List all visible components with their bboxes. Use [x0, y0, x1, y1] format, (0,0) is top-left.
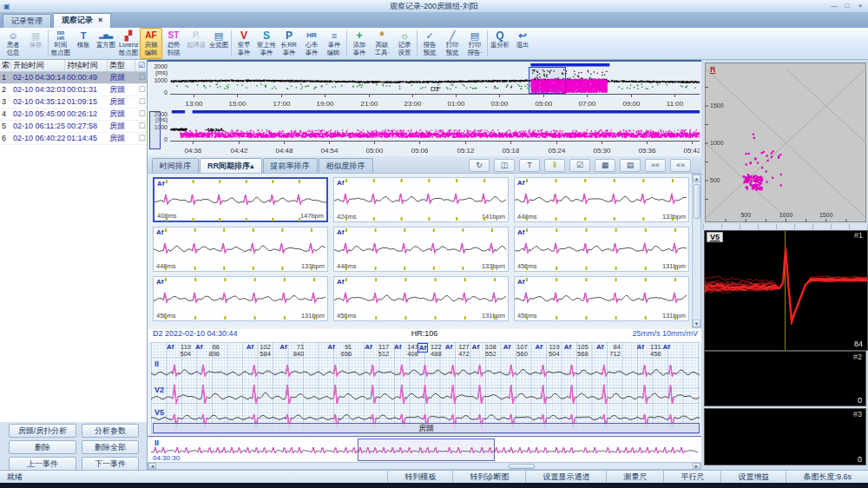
grid-dense-button[interactable]: ▦ [595, 159, 615, 172]
episode-row[interactable]: 202-10 04:32:0300:01:31房颤☐ [0, 84, 147, 96]
close-button[interactable]: × [855, 1, 865, 10]
select-all-checkbox[interactable]: ☑ [135, 60, 147, 71]
delete-button[interactable]: 删除 [9, 440, 76, 454]
toolbar-button-print-report[interactable]: ▤打印报告· [464, 28, 486, 59]
refresh-button[interactable]: ↻ [469, 159, 490, 172]
set-gain-button[interactable]: 设置增益 [720, 471, 786, 483]
toolbar-button-trend-scan[interactable]: ST趋势扫描 [162, 28, 185, 59]
prev-event-button[interactable]: 上一事件 [9, 457, 76, 471]
sort-tab[interactable]: 提前率排序 [263, 158, 318, 173]
af-strip-cell[interactable]: Af424ms141bpm [333, 177, 509, 222]
tab-active[interactable]: 观察记录× [53, 13, 111, 28]
af-strip-cell[interactable]: Af456ms131bpm [514, 276, 689, 321]
multi-select-button[interactable]: ☑ [569, 159, 590, 172]
scroll-up-arrow[interactable]: ▲ [693, 175, 700, 182]
scroll-right-arrow[interactable]: ► [693, 463, 700, 469]
row-checkbox[interactable]: ☐ [135, 109, 147, 120]
af-zoom-chart[interactable] [170, 109, 700, 156]
af-episode-band[interactable]: 房颤 [153, 423, 700, 433]
toolbar-button-advanced-tools[interactable]: *高级工具· [371, 28, 393, 59]
toolbar-button-save[interactable]: ▦保存 [24, 28, 47, 59]
grid-sparse-button[interactable]: ▤ [620, 159, 641, 172]
shrink-columns-button[interactable]: »« [645, 159, 666, 172]
trend-overview-chart[interactable] [170, 63, 700, 109]
toolbar-button-add-event[interactable]: +添加事件 [348, 28, 371, 59]
sort-tab[interactable]: 相似度排序 [319, 158, 373, 173]
episode-row[interactable]: 302-10 04:35:1201:09:15房颤☐ [0, 96, 147, 109]
toolbar-separator [346, 30, 347, 56]
row-checkbox[interactable]: ☐ [135, 121, 147, 132]
episode-row[interactable]: 502-10 06:11:2500:27:58房颤☐ [0, 121, 147, 133]
ecg-waveforms[interactable] [151, 342, 700, 434]
toolbar-button-print-preview[interactable]: ╱打印预览 [441, 28, 464, 59]
rhythm-scrollbar[interactable]: ◄ ► [148, 462, 701, 470]
tab-inactive[interactable]: 记录管理 [3, 14, 51, 28]
af-flutter-analysis-button[interactable]: 房颤/房扑分析 [9, 424, 76, 438]
sort-tab[interactable]: RR间期排序▴ [200, 158, 262, 173]
af-strip-cell[interactable]: Af456ms131bpm [514, 227, 689, 272]
set-display-channel-button[interactable]: 设置显示通道 [525, 471, 606, 483]
template-lead-chip[interactable]: V5 [707, 232, 723, 242]
zoom-chart-selection[interactable] [149, 111, 161, 149]
interval-bars-button[interactable]: ‖ [544, 159, 565, 172]
analysis-params-button[interactable]: 分析参数 [82, 424, 139, 438]
toolbar-button-time-scatter[interactable]: RR HR时间散点图 [49, 28, 72, 59]
tab-close-icon[interactable]: × [98, 16, 102, 24]
channel-view-button[interactable]: ◫ [494, 159, 515, 172]
template-panel-1[interactable] [704, 230, 868, 351]
toolbar-button-svpb-event[interactable]: S室上性事件 [255, 28, 278, 59]
expand-columns-button[interactable]: «» [670, 159, 691, 172]
toolbar-button-lorenz-scatter[interactable]: ▞Lorenz散点图 [117, 28, 140, 59]
af-strip-cell[interactable]: Af456ms131bpm [333, 276, 509, 321]
restore-button[interactable]: □ [842, 1, 852, 10]
goto-diagnosis-button[interactable]: 转到诊断图 [452, 471, 525, 483]
episode-row[interactable]: 602-10 06:40:2201:14:45房颤☐ [0, 133, 147, 145]
episode-row[interactable]: 402-10 05:45:0000:26:12房颤☐ [0, 109, 147, 121]
toolbar-button-event-edit[interactable]: ≡事件编辑· [323, 28, 345, 59]
row-checkbox[interactable]: ☐ [135, 133, 147, 144]
scroll-left-arrow[interactable]: ◄ [148, 463, 156, 469]
toolbar-button-exit[interactable]: ↩退出 [511, 28, 534, 59]
episode-row[interactable]: 102-10 04:30:1400:00:49房颤☐ [0, 72, 147, 84]
scroll-thumb[interactable] [509, 464, 535, 469]
template-panel-3[interactable]: #3 0 [704, 408, 866, 465]
af-strip-cell[interactable]: Af448ms133bpm [333, 227, 509, 272]
row-checkbox[interactable]: ☐ [135, 96, 147, 108]
panel-splitter[interactable] [703, 224, 868, 229]
measure-ruler-button[interactable]: 测量尺 [606, 471, 663, 483]
toolbar-button-long-rr-event[interactable]: P长RR事件 [278, 28, 300, 59]
rhythm-waveform[interactable] [151, 439, 698, 462]
row-checkbox[interactable]: ☐ [135, 72, 147, 83]
sort-tab[interactable]: 时间排序 [152, 158, 199, 173]
toolbar-button-pvc-event[interactable]: V室早事件 [233, 28, 255, 59]
parallel-ruler-button[interactable]: 平行尺 [663, 471, 720, 483]
strip-grid-scrollbar[interactable]: ▲ ▼ [692, 174, 701, 328]
toolbar-button-histogram[interactable]: ▂▅▃直方图 [95, 28, 117, 59]
template-panel-2[interactable]: #2 0 [704, 351, 866, 406]
toolbar-button-hr-event[interactable]: HR心率事件 [300, 28, 323, 59]
toolbar-button-report-preview[interactable]: ✓报告预览 [418, 28, 441, 59]
toolbar-button-label: 事件 [260, 49, 273, 56]
text-annotation-button[interactable]: T [519, 159, 540, 172]
af-strip-cell[interactable]: Af408ms147bpm [153, 177, 328, 222]
next-event-button[interactable]: 下一事件 [82, 457, 139, 471]
af-strip-cell[interactable]: Af448ms133bpm [514, 177, 689, 222]
scroll-down-arrow[interactable]: ▼ [693, 320, 700, 327]
minimize-button[interactable]: — [829, 1, 839, 10]
toolbar-button-pacemaker[interactable]: P.起搏器 [185, 28, 207, 59]
toolbar-button-patient-info[interactable]: ☺患者信息 [2, 28, 24, 59]
toolbar-button-record-settings[interactable]: ☼记录设置 [393, 28, 416, 59]
af-strip-cell[interactable]: Af456ms131bpm [153, 276, 328, 321]
af-strip-cell[interactable]: Af448ms133bpm [153, 227, 328, 272]
goto-template-button[interactable]: 转到模板 [387, 471, 452, 483]
toolbar-button-reanalyze[interactable]: Q重分析 [489, 28, 511, 59]
toolbar-button-af-edit[interactable]: AF房颤编辑 [140, 28, 162, 59]
lorenz-plot[interactable] [705, 63, 866, 222]
strip-length-button[interactable]: 条图长度:9.6s [786, 471, 868, 483]
delete-all-button[interactable]: 删除全部 [82, 440, 139, 454]
episode-cell: 房颤 [108, 121, 135, 132]
toolbar-button-template[interactable]: T模板 [72, 28, 95, 59]
row-checkbox[interactable]: ☐ [135, 84, 147, 96]
scroll-thumb[interactable] [694, 184, 700, 219]
toolbar-button-overview[interactable]: ▤全览图 [207, 28, 230, 59]
